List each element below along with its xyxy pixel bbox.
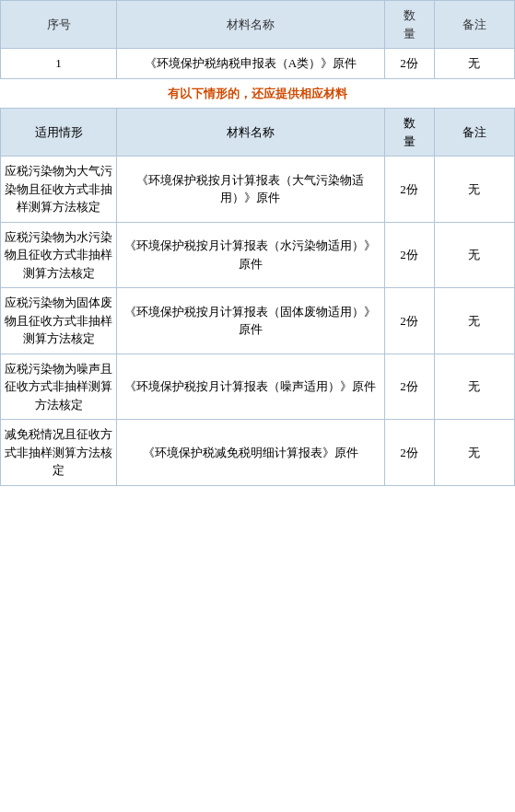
sub-qty: 2份 xyxy=(384,420,434,486)
main-seq: 1 xyxy=(1,49,117,79)
sub-header-note: 备注 xyxy=(434,109,515,157)
main-note: 无 xyxy=(434,49,515,79)
sub-qty: 2份 xyxy=(384,157,434,223)
sub-note: 无 xyxy=(434,288,515,354)
sub-situation: 减免税情况且征收方式非抽样测算方法核定 xyxy=(1,420,117,486)
main-container: 序号 材料名称 数量 备注 1 《环境保护税纳税申报表（A类）》原件 2份 无 … xyxy=(0,0,515,486)
sub-situation: 应税污染物为噪声且征收方式非抽样测算方法核定 xyxy=(1,354,117,420)
header-seq: 序号 xyxy=(1,1,117,49)
sub-data-row: 应税污染物为水污染物且征收方式非抽样测算方法核定《环境保护税按月计算报表（水污染… xyxy=(1,222,515,288)
sub-material: 《环境保护税按月计算报表（噪声适用）》原件 xyxy=(117,354,385,420)
header-name: 材料名称 xyxy=(117,1,385,49)
sub-header-qty: 数量 xyxy=(384,109,434,157)
sub-note: 无 xyxy=(434,354,515,420)
sub-header-material: 材料名称 xyxy=(117,109,385,157)
sub-qty: 2份 xyxy=(384,222,434,288)
sub-header-row: 适用情形 材料名称 数量 备注 xyxy=(1,109,515,157)
sub-data-row: 应税污染物为固体废物且征收方式非抽样测算方法核定《环境保护税按月计算报表（固体废… xyxy=(1,288,515,354)
main-name: 《环境保护税纳税申报表（A类）》原件 xyxy=(117,49,385,79)
sub-material: 《环境保护税按月计算报表（大气污染物适用）》原件 xyxy=(117,157,385,223)
materials-table: 序号 材料名称 数量 备注 1 《环境保护税纳税申报表（A类）》原件 2份 无 … xyxy=(0,0,515,486)
sub-note: 无 xyxy=(434,420,515,486)
sub-material: 《环境保护税按月计算报表（水污染物适用）》原件 xyxy=(117,222,385,288)
header-note: 备注 xyxy=(434,1,515,49)
sub-data-row: 减免税情况且征收方式非抽样测算方法核定《环境保护税减免税明细计算报表》原件2份无 xyxy=(1,420,515,486)
header-row: 序号 材料名称 数量 备注 xyxy=(1,1,515,49)
sub-qty: 2份 xyxy=(384,354,434,420)
sub-data-row: 应税污染物为大气污染物且征收方式非抽样测算方法核定《环境保护税按月计算报表（大气… xyxy=(1,157,515,223)
main-data-row: 1 《环境保护税纳税申报表（A类）》原件 2份 无 xyxy=(1,49,515,79)
sub-situation: 应税污染物为水污染物且征收方式非抽样测算方法核定 xyxy=(1,222,117,288)
section-header-row: 有以下情形的，还应提供相应材料 xyxy=(1,78,515,109)
sub-situation: 应税污染物为固体废物且征收方式非抽样测算方法核定 xyxy=(1,288,117,354)
section-title: 有以下情形的，还应提供相应材料 xyxy=(1,78,515,109)
sub-note: 无 xyxy=(434,222,515,288)
sub-material: 《环境保护税按月计算报表（固体废物适用）》原件 xyxy=(117,288,385,354)
main-qty: 2份 xyxy=(384,49,434,79)
sub-header-situation: 适用情形 xyxy=(1,109,117,157)
sub-material: 《环境保护税减免税明细计算报表》原件 xyxy=(117,420,385,486)
header-qty: 数量 xyxy=(384,1,434,49)
sub-qty: 2份 xyxy=(384,288,434,354)
sub-note: 无 xyxy=(434,157,515,223)
sub-data-row: 应税污染物为噪声且征收方式非抽样测算方法核定《环境保护税按月计算报表（噪声适用）… xyxy=(1,354,515,420)
sub-situation: 应税污染物为大气污染物且征收方式非抽样测算方法核定 xyxy=(1,157,117,223)
